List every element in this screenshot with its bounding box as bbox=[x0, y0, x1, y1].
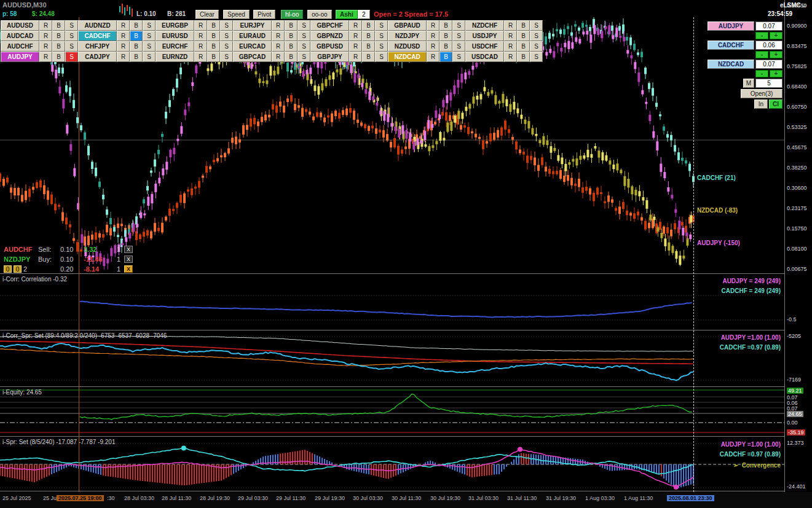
pair-EURGBP-s-button[interactable]: S bbox=[220, 20, 233, 31]
pivot-button[interactable]: Pivot bbox=[253, 10, 275, 19]
pair-NZDUSD-s-button[interactable]: S bbox=[452, 41, 465, 52]
pair-EURUSD-r-button[interactable]: R bbox=[194, 31, 207, 41]
pair-NZDCAD-s-button[interactable]: S bbox=[452, 52, 465, 62]
pair-NZDCHF[interactable]: NZDCHF bbox=[465, 20, 504, 31]
pair-GBPAUD-r-button[interactable]: R bbox=[427, 20, 440, 31]
pair-EURCAD-r-button[interactable]: R bbox=[272, 41, 285, 52]
pair-NZDCHF-s-button[interactable]: S bbox=[530, 20, 543, 31]
sidebar-plus-CADCHF-button[interactable]: + bbox=[770, 51, 782, 58]
pair-EURCAD-s-button[interactable]: S bbox=[298, 41, 310, 52]
pair-EURAUD-r-button[interactable]: R bbox=[272, 31, 285, 41]
pair-GBPJPY-r-button[interactable]: R bbox=[349, 52, 362, 62]
pair-AUDUSD-r-button[interactable]: R bbox=[39, 20, 52, 31]
pair-NZDUSD-r-button[interactable]: R bbox=[427, 41, 440, 52]
pair-EURUSD-s-button[interactable]: S bbox=[220, 31, 233, 41]
pair-CADJPY-s-button[interactable]: S bbox=[143, 52, 156, 62]
pair-EURGBP-r-button[interactable]: R bbox=[194, 20, 207, 31]
sidebar-pair-AUDJPY[interactable]: AUDJPY bbox=[708, 21, 754, 31]
pair-AUDNZD[interactable]: AUDNZD bbox=[78, 20, 117, 31]
pair-CADJPY[interactable]: CADJPY bbox=[78, 52, 117, 62]
in-button[interactable]: In bbox=[754, 100, 768, 109]
pair-USDCHF-b-button[interactable]: B bbox=[517, 41, 530, 52]
close-all-button[interactable]: X bbox=[124, 265, 133, 273]
pair-AUDCHF[interactable]: AUDCHF bbox=[1, 41, 39, 52]
hl-oo-button[interactable]: hl-oo bbox=[281, 10, 303, 19]
pair-CHFJPY-b-button[interactable]: B bbox=[130, 41, 143, 52]
minutes-mode-button[interactable]: M bbox=[743, 79, 754, 88]
pair-EURUSD-b-button[interactable]: B bbox=[207, 31, 220, 41]
pair-AUDNZD-s-button[interactable]: S bbox=[143, 20, 156, 31]
pair-EURUSD[interactable]: EURUSD bbox=[156, 31, 194, 41]
open-positions-button[interactable]: Open(3) bbox=[741, 89, 782, 98]
pair-GBPCAD-r-button[interactable]: R bbox=[272, 52, 285, 62]
pair-NZDJPY-b-button[interactable]: B bbox=[440, 31, 452, 41]
close-position-button[interactable]: X bbox=[124, 256, 133, 263]
pair-GBPUSD-b-button[interactable]: B bbox=[362, 41, 375, 52]
pair-GBPUSD-s-button[interactable]: S bbox=[375, 41, 388, 52]
pair-AUDJPY[interactable]: AUDJPY bbox=[1, 52, 39, 62]
close-button[interactable]: Cl bbox=[769, 100, 782, 109]
period-value[interactable]: 5 bbox=[755, 79, 782, 88]
oo-oo-button[interactable]: oo-oo bbox=[307, 10, 332, 19]
sidebar-minus-NZDCAD-button[interactable]: - bbox=[755, 70, 768, 77]
sidebar-lots-CADCHF[interactable]: 0.06 bbox=[755, 41, 782, 50]
pair-GBPNZD-r-button[interactable]: R bbox=[349, 31, 362, 41]
sidebar-minus-CADCHF-button[interactable]: - bbox=[755, 51, 768, 58]
pair-AUDNZD-b-button[interactable]: B bbox=[130, 20, 143, 31]
pair-GBPAUD-b-button[interactable]: B bbox=[440, 20, 452, 31]
pair-EURGBP-b-button[interactable]: B bbox=[207, 20, 220, 31]
pair-NZDCHF-r-button[interactable]: R bbox=[504, 20, 517, 31]
pair-USDJPY-r-button[interactable]: R bbox=[504, 31, 517, 41]
pair-EURJPY-r-button[interactable]: R bbox=[272, 20, 285, 31]
pair-CADCHF[interactable]: CADCHF bbox=[78, 31, 117, 41]
pair-NZDCHF-b-button[interactable]: B bbox=[517, 20, 530, 31]
pair-USDCHF[interactable]: USDCHF bbox=[465, 41, 504, 52]
pair-USDCAD-b-button[interactable]: B bbox=[517, 52, 530, 62]
pair-CHFJPY-r-button[interactable]: R bbox=[117, 41, 130, 52]
pair-EURNZD-b-button[interactable]: B bbox=[207, 52, 220, 62]
pair-EURAUD-s-button[interactable]: S bbox=[298, 31, 310, 41]
pair-USDCAD-s-button[interactable]: S bbox=[530, 52, 543, 62]
sidebar-plus-NZDCAD-button[interactable]: + bbox=[770, 70, 782, 77]
pair-AUDCAD-r-button[interactable]: R bbox=[39, 31, 52, 41]
pair-GBPNZD-b-button[interactable]: B bbox=[362, 31, 375, 41]
pair-AUDNZD-r-button[interactable]: R bbox=[117, 20, 130, 31]
pair-USDCAD-r-button[interactable]: R bbox=[504, 52, 517, 62]
sidebar-pair-CADCHF[interactable]: CADCHF bbox=[708, 41, 754, 50]
pair-GBPUSD[interactable]: GBPUSD bbox=[310, 41, 349, 52]
pair-GBPJPY-b-button[interactable]: B bbox=[362, 52, 375, 62]
pair-EURJPY-b-button[interactable]: B bbox=[285, 20, 298, 31]
pair-GBPCHF-b-button[interactable]: B bbox=[362, 20, 375, 31]
pair-AUDJPY-b-button[interactable]: B bbox=[52, 52, 65, 62]
pair-GBPJPY[interactable]: GBPJPY bbox=[310, 52, 349, 62]
pair-GBPUSD-r-button[interactable]: R bbox=[349, 41, 362, 52]
pair-CADCHF-s-button[interactable]: S bbox=[143, 31, 156, 41]
pair-USDJPY-s-button[interactable]: S bbox=[530, 31, 543, 41]
pair-AUDUSD-b-button[interactable]: B bbox=[52, 20, 65, 31]
pair-USDCHF-r-button[interactable]: R bbox=[504, 41, 517, 52]
pair-NZDJPY-s-button[interactable]: S bbox=[452, 31, 465, 41]
pair-EURCHF[interactable]: EURCHF bbox=[156, 41, 194, 52]
pair-NZDJPY[interactable]: NZDJPY bbox=[388, 31, 427, 41]
close-position-button[interactable]: X bbox=[124, 246, 133, 253]
pair-AUDUSD[interactable]: AUDUSD bbox=[1, 20, 39, 31]
pair-AUDCAD-s-button[interactable]: S bbox=[65, 31, 78, 41]
pair-NZDJPY-r-button[interactable]: R bbox=[427, 31, 440, 41]
pair-CADJPY-r-button[interactable]: R bbox=[117, 52, 130, 62]
pair-AUDCHF-r-button[interactable]: R bbox=[39, 41, 52, 52]
pair-GBPCHF-s-button[interactable]: S bbox=[375, 20, 388, 31]
pair-EURAUD[interactable]: EURAUD bbox=[233, 31, 272, 41]
pair-EURCAD-b-button[interactable]: B bbox=[285, 41, 298, 52]
pair-GBPAUD-s-button[interactable]: S bbox=[452, 20, 465, 31]
ashi-period-value[interactable]: 2 bbox=[358, 10, 370, 19]
pair-EURCAD[interactable]: EURCAD bbox=[233, 41, 272, 52]
pair-GBPCHF[interactable]: GBPCHF bbox=[310, 20, 349, 31]
pair-GBPJPY-s-button[interactable]: S bbox=[375, 52, 388, 62]
pair-GBPCHF-r-button[interactable]: R bbox=[349, 20, 362, 31]
pair-NZDUSD-b-button[interactable]: B bbox=[440, 41, 452, 52]
pair-NZDCAD-r-button[interactable]: R bbox=[427, 52, 440, 62]
pair-CADJPY-b-button[interactable]: B bbox=[130, 52, 143, 62]
pair-CHFJPY[interactable]: CHFJPY bbox=[78, 41, 117, 52]
clear-button[interactable]: Clear bbox=[195, 10, 219, 19]
pair-USDJPY-b-button[interactable]: B bbox=[517, 31, 530, 41]
